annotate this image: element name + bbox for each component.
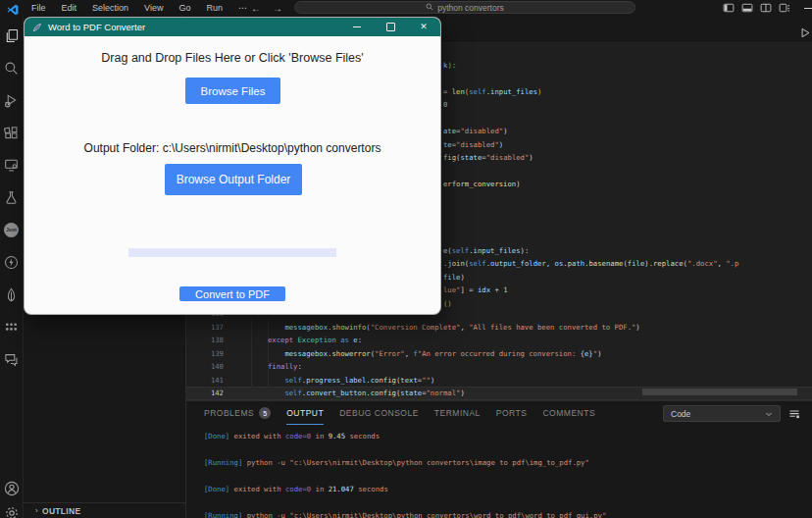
menu-go[interactable]: Go	[171, 3, 198, 13]
code-fragments: k):= len(self.input_files)0ate="disabled…	[443, 59, 812, 324]
code-fragment: = len(self.input_files)	[443, 85, 541, 99]
search-view-icon[interactable]	[4, 61, 19, 76]
drop-instruction-text: Drag and Drop Files Here or Click 'Brows…	[25, 51, 440, 65]
output-line	[204, 496, 606, 510]
extensions-icon[interactable]	[4, 126, 19, 140]
code-line-140: 140 finally:	[186, 360, 812, 374]
panel-actions: Code	[663, 405, 800, 422]
code-line-139: 139 messagebox.showerror("Error", f"An e…	[186, 347, 812, 361]
outline-label: OUTLINE	[42, 506, 80, 516]
app-feather-icon	[32, 19, 42, 36]
dialog-minimize-icon[interactable]	[340, 18, 374, 36]
chevron-right-icon	[35, 506, 38, 515]
run-python-file-icon[interactable]	[800, 25, 811, 42]
menu-selection[interactable]: Selection	[84, 3, 136, 13]
code-fragment: te="disabled")	[443, 138, 503, 152]
output-line: [Running] python -u "c:\Users\nirmit\Des…	[204, 509, 606, 518]
panel-tab-problems[interactable]: PROBLEMS5	[204, 401, 271, 425]
search-value: python convertors	[437, 3, 504, 13]
chat-icon[interactable]	[4, 352, 19, 367]
outline-section-header[interactable]: OUTLINE	[24, 502, 186, 518]
window-minimize-icon[interactable]	[804, 8, 812, 9]
horizontal-scrollbar[interactable]	[642, 388, 797, 395]
nav-back-icon[interactable]: ←	[251, 3, 261, 14]
output-line: [Running] python -u "c:\Users\nirmit\Des…	[204, 456, 606, 470]
panel-tab-debug-console[interactable]: DEBUG CONSOLE	[339, 401, 419, 425]
convert-to-pdf-button[interactable]: Convert to PDF	[179, 286, 285, 301]
dialog-maximize-icon[interactable]	[374, 18, 407, 36]
thunder-client-icon[interactable]	[4, 255, 19, 270]
output-line	[204, 470, 606, 484]
settings-gear-icon[interactable]	[4, 505, 20, 518]
json-extension-icon[interactable]: Json	[4, 223, 19, 237]
output-line: [Done] exited with code=0 in 21.047 seco…	[204, 483, 606, 496]
vscode-window: FileEditSelectionViewGoRun⋯ ← → python c…	[0, 0, 812, 518]
mongodb-icon[interactable]	[4, 287, 19, 302]
panel-tab-bar: PROBLEMS5OUTPUTDEBUG CONSOLETERMINALPORT…	[204, 401, 595, 425]
output-actions-icon[interactable]	[788, 408, 800, 420]
vscode-logo-icon	[7, 2, 19, 20]
chevron-down-icon	[765, 410, 773, 418]
output-log[interactable]: [Done] exited with code=0 in 9.45 second…	[204, 430, 606, 518]
menu-bar: FileEditSelectionViewGoRun⋯	[24, 0, 255, 16]
code-fragment: 0	[443, 98, 447, 112]
code-fragment: ate="disabled")	[443, 125, 508, 138]
code-line-137: 137 messagebox.showinfo("Conversion Comp…	[186, 321, 812, 335]
output-line: [Done] exited with code=0 in 9.45 second…	[204, 430, 606, 443]
output-channel-select[interactable]: Code	[663, 405, 781, 422]
dialog-close-icon[interactable]	[407, 18, 440, 36]
panel-tab-output[interactable]: OUTPUT	[286, 401, 324, 425]
menu-run[interactable]: Run	[198, 3, 230, 13]
account-icon[interactable]	[4, 481, 20, 500]
panel-tab-comments[interactable]: COMMENTS	[542, 401, 595, 425]
problems-count-badge: 5	[259, 407, 271, 419]
browse-files-button[interactable]: Browse Files	[185, 78, 280, 104]
code-fragment: fig(state="disabled")	[443, 151, 533, 165]
menu-edit[interactable]: Edit	[54, 3, 85, 13]
code-fragment: k):	[443, 59, 456, 73]
code-fragment: erform_conversion)	[443, 178, 521, 191]
panel-tab-ports[interactable]: PORTS	[496, 401, 528, 425]
history-nav: ← →	[251, 0, 282, 16]
toggle-secondary-sidebar-icon[interactable]	[760, 2, 772, 14]
code-fragment: e(self.input_files):	[443, 244, 529, 258]
panel-tab-terminal[interactable]: TERMINAL	[434, 401, 481, 425]
testing-icon[interactable]	[4, 190, 19, 205]
search-icon	[426, 3, 433, 13]
vscode-titlebar: FileEditSelectionViewGoRun⋯ ← → python c…	[0, 0, 812, 16]
dialog-window-controls	[340, 18, 440, 36]
explorer-icon[interactable]	[4, 28, 19, 43]
toggle-panel-icon[interactable]	[741, 2, 753, 14]
dialog-titlebar[interactable]: Word to PDF Converter	[25, 18, 440, 36]
customize-layout-icon[interactable]	[779, 2, 790, 14]
activity-bar: Json	[0, 16, 24, 518]
code-lines: 136137 messagebox.showinfo("Conversion C…	[186, 307, 812, 400]
run-and-debug-icon[interactable]	[4, 93, 19, 108]
search-box[interactable]: python convertors	[294, 1, 635, 14]
menu-file[interactable]: File	[24, 3, 54, 13]
code-line-138: 138 except Exception as e:	[186, 334, 812, 347]
remote-explorer-icon[interactable]	[4, 158, 19, 173]
bottom-panel: PROBLEMS5OUTPUTDEBUG CONSOLETERMINALPORT…	[186, 400, 812, 518]
code-fragment: .join(self.output_folder, os.path.basena…	[443, 257, 738, 271]
code-fragment: file)	[443, 271, 465, 285]
code-line-141: 141 self.progress_label.config(text="")	[186, 374, 812, 388]
database-grid-icon[interactable]	[4, 320, 19, 335]
dialog-title: Word to PDF Converter	[48, 22, 145, 32]
word-to-pdf-dialog: Word to PDF Converter Drag and Drop File…	[24, 17, 441, 315]
toggle-sidebar-icon[interactable]	[723, 2, 735, 14]
progress-bar	[128, 248, 336, 257]
output-folder-text: Output Folder: c:\Users\nirmit\Desktop\p…	[25, 141, 440, 155]
code-fragment: lue"] = idx + 1	[443, 284, 508, 297]
nav-forward-icon[interactable]: →	[273, 3, 282, 14]
layout-controls	[723, 2, 790, 14]
browse-output-folder-button[interactable]: Browse Output Folder	[165, 164, 302, 195]
output-channel-value: Code	[671, 409, 690, 419]
menu-view[interactable]: View	[136, 3, 171, 13]
output-line	[204, 443, 606, 457]
